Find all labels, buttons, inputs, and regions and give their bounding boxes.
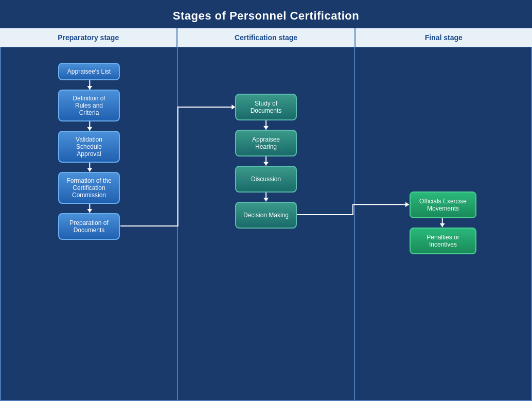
columns-header: Preparatory stage Certification stage Fi… xyxy=(0,28,532,47)
decision-making-box: Decision Making xyxy=(235,202,297,229)
penalties-incentives-box: Penalties or Incentives xyxy=(410,228,476,254)
page: Stages of Personnel Certification Prepar… xyxy=(0,0,532,401)
appraisee-hearing-box: Appraisee Hearing xyxy=(235,130,297,156)
col-header-certification: Certification stage xyxy=(178,28,355,47)
final-column: Officials Exercise Movements Penalties o… xyxy=(355,47,531,400)
title-bar: Stages of Personnel Certification xyxy=(0,0,532,28)
officials-exercise-box: Officials Exercise Movements xyxy=(410,191,476,218)
diagram-area: Appraisee's List Definition of Rules and… xyxy=(0,47,532,401)
preparatory-column: Appraisee's List Definition of Rules and… xyxy=(1,47,178,400)
study-docs-box: Study of Documents xyxy=(235,94,297,120)
definition-rules-box: Definition of Rules and Criteria xyxy=(58,90,120,121)
col-header-preparatory: Preparatory stage xyxy=(0,28,178,47)
validation-schedule-box: Validation Schedule Approval xyxy=(58,131,120,163)
col-header-final: Final stage xyxy=(356,28,532,47)
formation-commission-box: Formation of the Certification Commissio… xyxy=(58,172,120,204)
discussion-box: Discussion xyxy=(235,166,297,193)
page-title: Stages of Personnel Certification xyxy=(0,9,532,23)
preparation-docs-box: Preparation of Documents xyxy=(58,213,120,240)
certification-column: Study of Documents Appraisee Hearing Dis… xyxy=(178,47,355,400)
appraisees-list-box: Appraisee's List xyxy=(58,63,120,80)
